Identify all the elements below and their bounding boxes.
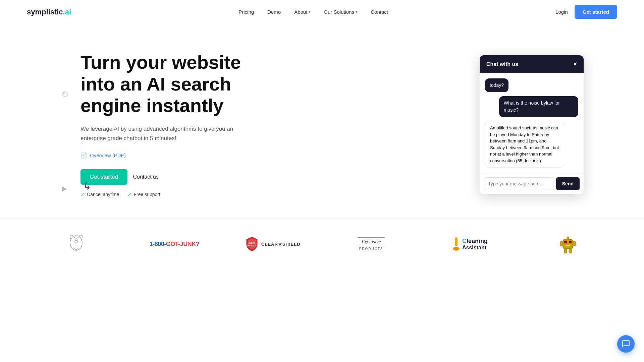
svg-rect-8 [564, 241, 567, 243]
svg-point-1 [75, 240, 77, 243]
logo-text: symplistic [27, 8, 63, 16]
support-check-icon: ✓ [127, 191, 132, 198]
nav-contact[interactable]: Contact [371, 9, 388, 15]
get-started-nav-button[interactable]: Get started [575, 5, 617, 19]
support-label: Free support [134, 192, 160, 197]
chat-header: Chat with us × [480, 55, 584, 73]
chat-widget: Chat with us × today? What is the noise … [480, 55, 584, 194]
solutions-chevron: ▾ [356, 10, 357, 14]
svg-rect-9 [569, 241, 572, 243]
nav-actions: Login Get started [555, 5, 617, 19]
nav-links: Pricing Demo About ▾ Our Solutions ▾ Con… [238, 9, 388, 15]
overview-link[interactable]: 📄 Overview (PDF) [80, 152, 248, 159]
chat-close-icon[interactable]: × [573, 61, 577, 68]
deco-play-button[interactable]: ▶ [62, 184, 67, 192]
deco-circle-inner [63, 92, 65, 94]
contact-us-button[interactable]: Contact us [133, 174, 158, 180]
hero-badges: ✓ Cancel anytime ✓ Free support [80, 191, 248, 198]
cancel-check-icon: ✓ [80, 191, 85, 198]
svg-rect-10 [566, 245, 570, 246]
svg-text:★SHIELD: ★SHIELD [248, 245, 257, 247]
chat-input-area: Send [480, 173, 584, 194]
about-chevron: ▾ [309, 10, 310, 14]
logo-exclusive-products: Exclusive PRODUCTS [322, 237, 420, 251]
svg-rect-15 [569, 249, 572, 253]
svg-rect-7 [563, 239, 573, 249]
hero-content: Turn your website into an AI search engi… [80, 52, 248, 198]
support-badge: ✓ Free support [127, 191, 160, 198]
svg-text:CLEAR: CLEAR [249, 242, 256, 244]
chat-send-button[interactable]: Send [556, 177, 580, 190]
navbar: symplistic.ai Pricing Demo About ▾ Our S… [0, 0, 644, 24]
svg-point-6 [454, 247, 459, 250]
cancel-label: Cancel anytime [87, 192, 119, 197]
svg-rect-14 [564, 249, 567, 253]
hero-subtitle: We leverage AI by using advanced algorit… [80, 124, 248, 142]
chat-title: Chat with us [486, 61, 518, 67]
logo-clearshield: CLEAR ★SHIELD CLEAR★SHIELD [224, 236, 322, 252]
nav-about[interactable]: About ▾ [294, 9, 310, 15]
hero-cta-group: Get started Contact us [80, 169, 248, 185]
logo-1800-got-junk: 1-800-GOT-JUNK? [125, 241, 223, 248]
doc-icon: 📄 [80, 152, 87, 159]
logos-strip: 1-800-GOT-JUNK? CLEAR ★SHIELD CLEAR★SHIE… [0, 219, 644, 269]
nav-pricing[interactable]: Pricing [238, 9, 254, 15]
hero-title: Turn your website into an AI search engi… [80, 52, 248, 116]
user-message-1: What is the noise bylaw for music? [499, 96, 578, 117]
chat-messages: today? What is the noise bylaw for music… [480, 73, 584, 173]
chat-input[interactable] [484, 177, 553, 190]
svg-rect-12 [560, 241, 563, 246]
nav-solutions[interactable]: Our Solutions ▾ [324, 9, 357, 15]
logo-robot [519, 233, 617, 255]
svg-rect-13 [573, 241, 576, 246]
logo-cleaning-assistant: Cleaning Assistant [420, 237, 519, 251]
bot-message-1: today? [485, 78, 508, 92]
logo-accent: .ai [63, 8, 71, 16]
logo[interactable]: symplistic.ai [27, 8, 71, 16]
svg-rect-11 [567, 237, 569, 240]
svg-rect-4 [455, 237, 458, 246]
logo-birdman [27, 232, 125, 256]
nav-demo[interactable]: Demo [267, 9, 281, 15]
bot-message-2: Amplified sound such as music can be pla… [485, 121, 564, 168]
hero-section: ▶ ↳ Turn your website into an AI search … [0, 24, 644, 219]
cancel-badge: ✓ Cancel anytime [80, 191, 119, 198]
login-button[interactable]: Login [555, 9, 568, 15]
